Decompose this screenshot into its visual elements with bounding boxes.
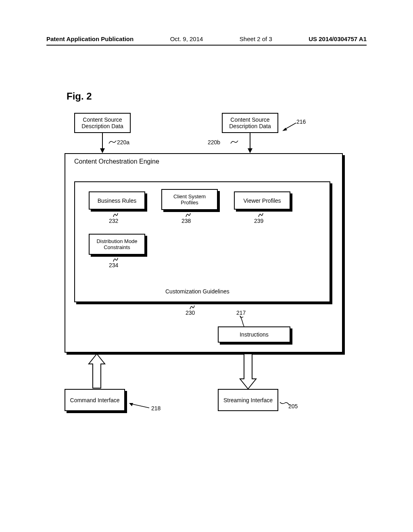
arrow-src1-down (97, 133, 108, 154)
ref-217: 217 (236, 310, 246, 316)
ref-232: 232 (109, 218, 118, 224)
svg-marker-7 (240, 354, 256, 389)
publication-label: Patent Application Publication (46, 35, 133, 42)
svg-marker-9 (129, 403, 133, 406)
ref-239: 239 (254, 218, 263, 224)
ref-238: 238 (181, 218, 191, 224)
lead-218 (127, 403, 151, 411)
publication-number: US 2014/0304757 A1 (309, 35, 367, 42)
ref-220a: 220a (117, 139, 129, 145)
block-arrow-down (238, 354, 258, 389)
svg-line-8 (131, 404, 149, 408)
diagram-stage: Content Source Description Data Content … (56, 113, 347, 443)
svg-marker-3 (100, 148, 105, 153)
svg-marker-5 (248, 148, 252, 153)
ref-234: 234 (109, 262, 118, 268)
publication-date: Oct. 9, 2014 (170, 35, 203, 42)
viewer-profiles-box: Viewer Profiles (234, 191, 290, 210)
svg-marker-1 (282, 128, 287, 131)
content-source-box-1: Content Source Description Data (74, 113, 131, 133)
distribution-mode-constraints-box: Distribution Mode Constraints (89, 234, 145, 255)
command-interface-box: Command Interface (65, 389, 125, 411)
svg-line-0 (284, 123, 296, 130)
figure-label: Fig. 2 (67, 91, 92, 102)
tilde-220a (108, 139, 117, 145)
page-header: Patent Application Publication Oct. 9, 2… (46, 35, 367, 46)
client-system-profiles-box: Client System Profiles (161, 189, 218, 210)
tilde-220b (230, 139, 239, 145)
content-source-box-2: Content Source Description Data (222, 113, 278, 133)
ref-205: 205 (288, 403, 298, 409)
arrow-src2-down (244, 133, 256, 154)
business-rules-box: Business Rules (89, 191, 145, 210)
svg-marker-6 (89, 354, 105, 388)
ref-230: 230 (186, 310, 195, 316)
engine-title: Content Orchestration Engine (74, 158, 159, 165)
guidelines-title: Customization Guidelines (165, 288, 229, 295)
streaming-interface-box: Streaming Interface (218, 389, 278, 411)
ref-218: 218 (151, 405, 161, 411)
ref-220b: 220b (208, 139, 220, 145)
sheet-number: Sheet 2 of 3 (240, 35, 272, 42)
instructions-box: Instructions (218, 326, 290, 343)
ref-216: 216 (296, 118, 306, 125)
block-arrow-up (87, 354, 107, 389)
